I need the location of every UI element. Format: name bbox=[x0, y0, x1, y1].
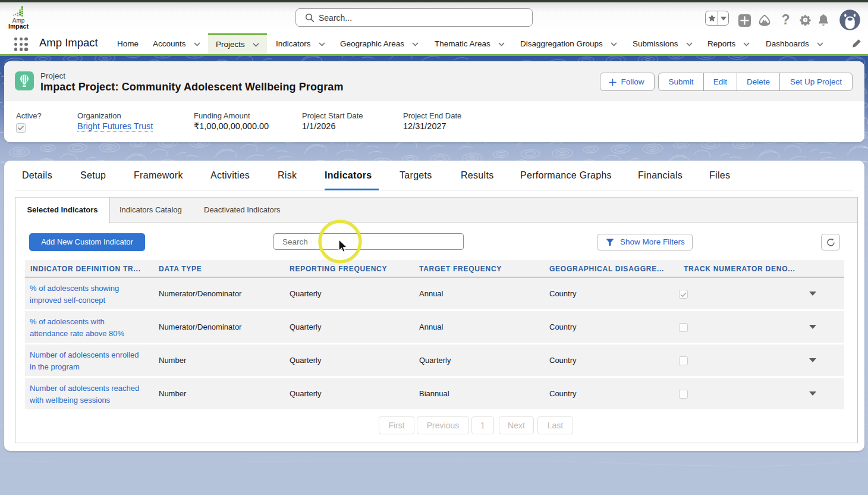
svg-text:?: ? bbox=[781, 12, 790, 27]
